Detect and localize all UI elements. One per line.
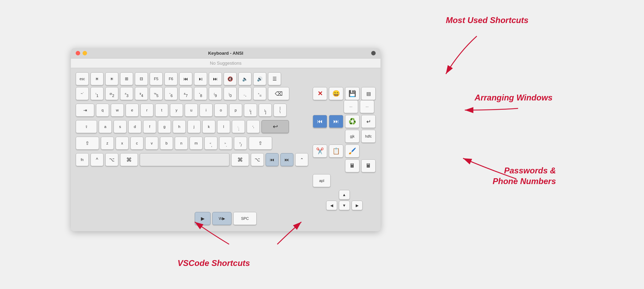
key-calc1[interactable]: 🖩 bbox=[345, 159, 359, 172]
key-shift-right[interactable]: ⇧ bbox=[249, 137, 272, 150]
key-brightness-down[interactable]: ☀ bbox=[90, 72, 104, 85]
key-option-right[interactable]: ⌥ bbox=[251, 153, 264, 166]
key-minus[interactable]: _- bbox=[238, 87, 251, 100]
key-delete[interactable]: ⌫ bbox=[268, 87, 289, 100]
key-p[interactable]: p bbox=[229, 104, 242, 117]
key-menu[interactable]: ☰ bbox=[268, 72, 281, 85]
key-period[interactable]: >. bbox=[219, 137, 232, 150]
key-play-pause[interactable]: ⏯ bbox=[194, 72, 207, 85]
key-emoji-happy[interactable]: 😄 bbox=[329, 87, 343, 100]
minimize-button[interactable] bbox=[83, 51, 87, 55]
key-fastfwd2[interactable]: ⏭ bbox=[329, 115, 343, 128]
key-semicolon[interactable]: :; bbox=[232, 120, 245, 133]
key-dots-left[interactable]: ··· bbox=[344, 100, 358, 113]
key-media-prev[interactable]: ⏮ bbox=[266, 153, 279, 166]
key-6[interactable]: ^6 bbox=[164, 87, 178, 100]
key-x[interactable]: x bbox=[116, 137, 129, 150]
key-arrow-down[interactable]: ▼ bbox=[339, 201, 350, 210]
key-2[interactable]: @2 bbox=[105, 87, 118, 100]
key-hdfc[interactable]: hdfc bbox=[361, 130, 376, 143]
key-z[interactable]: z bbox=[101, 137, 114, 150]
key-q[interactable]: q bbox=[96, 104, 109, 117]
key-fastforward[interactable]: ⏭ bbox=[209, 72, 222, 85]
key-4[interactable]: $4 bbox=[135, 87, 148, 100]
key-ctrl-right[interactable]: ⌃ bbox=[295, 153, 308, 166]
key-w[interactable]: w bbox=[111, 104, 124, 117]
key-mute[interactable]: 🔇 bbox=[224, 72, 237, 85]
key-return2[interactable]: ↵ bbox=[361, 115, 376, 128]
key-0[interactable]: )0 bbox=[224, 87, 237, 100]
key-capslock[interactable]: ⇪ bbox=[76, 120, 97, 133]
key-bracket-r[interactable]: }] bbox=[259, 104, 272, 117]
key-o[interactable]: o bbox=[214, 104, 227, 117]
key-dots-right[interactable]: ··· bbox=[360, 100, 374, 113]
key-window-left[interactable]: ▤ bbox=[361, 87, 376, 100]
key-g[interactable]: g bbox=[158, 120, 171, 133]
key-scissors[interactable]: ✂️ bbox=[313, 144, 327, 158]
key-backslash[interactable]: |\ bbox=[273, 104, 287, 117]
key-i[interactable]: i bbox=[200, 104, 213, 117]
key-1[interactable]: !1 bbox=[90, 87, 104, 100]
key-b[interactable]: b bbox=[160, 137, 173, 150]
key-tilde[interactable]: ~` bbox=[76, 87, 89, 100]
key-s[interactable]: s bbox=[114, 120, 127, 133]
key-j[interactable]: j bbox=[187, 120, 201, 133]
key-fn[interactable]: fn bbox=[76, 153, 89, 166]
key-brush[interactable]: 🖌️ bbox=[345, 144, 359, 158]
key-y[interactable]: y bbox=[170, 104, 183, 117]
key-save[interactable]: 💾 bbox=[345, 87, 359, 100]
key-e[interactable]: e bbox=[126, 104, 139, 117]
key-arrow-right[interactable]: ▶ bbox=[352, 201, 363, 210]
key-f5[interactable]: F5 bbox=[150, 72, 163, 85]
key-rewind2[interactable]: ⏮ bbox=[313, 115, 327, 128]
key-rewind[interactable]: ⏮ bbox=[179, 72, 192, 85]
key-3[interactable]: #3 bbox=[120, 87, 133, 100]
key-r[interactable]: r bbox=[140, 104, 153, 117]
key-bracket-l[interactable]: {[ bbox=[244, 104, 257, 117]
key-quote[interactable]: "' bbox=[247, 120, 260, 133]
key-vol-down[interactable]: 🔈 bbox=[238, 72, 251, 85]
key-k[interactable]: k bbox=[202, 120, 215, 133]
key-launchpad[interactable]: ⊟ bbox=[135, 72, 148, 85]
key-7[interactable]: &7 bbox=[179, 87, 192, 100]
key-f6[interactable]: F6 bbox=[164, 72, 178, 85]
key-5[interactable]: %5 bbox=[150, 87, 163, 100]
key-cmd-left[interactable]: ⌘ bbox=[120, 153, 138, 166]
key-d[interactable]: d bbox=[128, 120, 141, 133]
key-h[interactable]: h bbox=[173, 120, 186, 133]
key-cmd-right[interactable]: ⌘ bbox=[231, 153, 249, 166]
key-arrow-left[interactable]: ◀ bbox=[326, 201, 337, 210]
key-arrow-up[interactable]: ▲ bbox=[339, 190, 350, 200]
key-apl[interactable]: apl bbox=[313, 174, 331, 187]
key-n[interactable]: n bbox=[175, 137, 188, 150]
key-paste[interactable]: 📋 bbox=[329, 144, 343, 158]
key-f[interactable]: f bbox=[143, 120, 156, 133]
key-m[interactable]: m bbox=[190, 137, 203, 150]
key-space[interactable] bbox=[140, 153, 229, 166]
key-vol-up[interactable]: 🔊 bbox=[253, 72, 266, 85]
key-c[interactable]: c bbox=[130, 137, 143, 150]
key-ctrl[interactable]: ^ bbox=[90, 153, 104, 166]
key-mission-control[interactable]: ⊞ bbox=[120, 72, 133, 85]
key-v[interactable]: v bbox=[145, 137, 158, 150]
key-comma[interactable]: <, bbox=[204, 137, 217, 150]
key-red-x[interactable]: ✕ bbox=[313, 87, 327, 100]
key-equals[interactable]: += bbox=[253, 87, 266, 100]
close-button[interactable] bbox=[76, 51, 80, 55]
key-spc[interactable]: SPC bbox=[233, 212, 257, 225]
key-w-play[interactable]: W▶ bbox=[212, 212, 232, 225]
key-a[interactable]: a bbox=[99, 120, 112, 133]
key-8[interactable]: *8 bbox=[194, 87, 207, 100]
key-shift-left[interactable]: ⇧ bbox=[76, 137, 99, 150]
key-gjk[interactable]: gjk bbox=[345, 130, 359, 143]
key-option-left[interactable]: ⌥ bbox=[105, 153, 118, 166]
key-u[interactable]: u bbox=[185, 104, 198, 117]
key-recycle[interactable]: ♻️ bbox=[345, 115, 359, 128]
key-t[interactable]: t bbox=[155, 104, 168, 117]
key-play-special[interactable]: ▶ bbox=[195, 212, 211, 225]
key-tab[interactable]: ⇥ bbox=[76, 104, 94, 117]
key-9[interactable]: (9 bbox=[209, 87, 222, 100]
key-calc2[interactable]: 🖩 bbox=[361, 159, 376, 172]
key-slash[interactable]: ?/ bbox=[234, 137, 247, 150]
key-brightness-up[interactable]: ☀ bbox=[105, 72, 118, 85]
